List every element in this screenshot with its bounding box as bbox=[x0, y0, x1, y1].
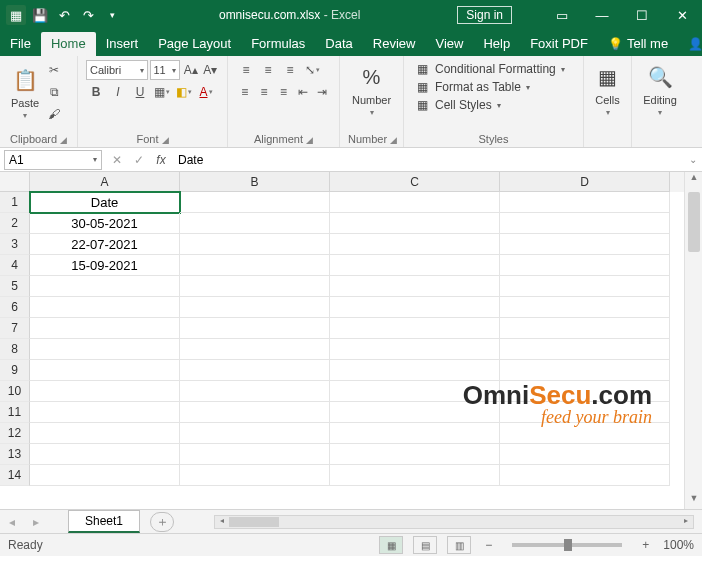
cell[interactable] bbox=[30, 297, 180, 318]
cell[interactable] bbox=[500, 402, 670, 423]
cell[interactable] bbox=[30, 444, 180, 465]
tab-data[interactable]: Data bbox=[315, 32, 362, 56]
cell[interactable] bbox=[500, 444, 670, 465]
scroll-thumb[interactable] bbox=[688, 192, 700, 252]
cell[interactable] bbox=[180, 297, 330, 318]
row-header[interactable]: 1 bbox=[0, 192, 30, 213]
row-header[interactable]: 8 bbox=[0, 339, 30, 360]
tab-file[interactable]: File bbox=[0, 32, 41, 56]
cell[interactable] bbox=[500, 297, 670, 318]
close-icon[interactable]: ✕ bbox=[662, 0, 702, 30]
cell[interactable] bbox=[180, 318, 330, 339]
scroll-thumb[interactable] bbox=[229, 517, 279, 527]
cell[interactable] bbox=[330, 234, 500, 255]
increase-indent-icon[interactable]: ⇥ bbox=[314, 82, 331, 102]
row-header[interactable]: 11 bbox=[0, 402, 30, 423]
minimize-icon[interactable]: — bbox=[582, 0, 622, 30]
cut-icon[interactable]: ✂ bbox=[44, 60, 64, 80]
enter-formula-icon[interactable]: ✓ bbox=[128, 153, 150, 167]
cell[interactable] bbox=[330, 444, 500, 465]
cell[interactable] bbox=[30, 465, 180, 486]
cell[interactable] bbox=[330, 360, 500, 381]
number-format-button[interactable]: % Number ▾ bbox=[348, 60, 395, 119]
dialog-launcher-icon[interactable]: ◢ bbox=[162, 135, 169, 145]
cell[interactable] bbox=[330, 318, 500, 339]
copy-icon[interactable]: ⧉ bbox=[44, 82, 64, 102]
conditional-formatting-button[interactable]: ▦Conditional Formatting▾ bbox=[412, 60, 575, 78]
fx-icon[interactable]: fx bbox=[150, 153, 172, 167]
formula-input[interactable] bbox=[172, 150, 684, 170]
align-top-icon[interactable]: ≡ bbox=[236, 60, 256, 80]
dialog-launcher-icon[interactable]: ◢ bbox=[60, 135, 67, 145]
cell[interactable] bbox=[180, 192, 330, 213]
align-right-icon[interactable]: ≡ bbox=[275, 82, 292, 102]
cell[interactable] bbox=[30, 318, 180, 339]
tab-insert[interactable]: Insert bbox=[96, 32, 149, 56]
grid-body[interactable]: A B C D 1Date 230-05-2021 322-07-2021 41… bbox=[0, 172, 684, 509]
tab-help[interactable]: Help bbox=[473, 32, 520, 56]
cell[interactable] bbox=[180, 234, 330, 255]
cell[interactable] bbox=[500, 255, 670, 276]
cell[interactable] bbox=[500, 423, 670, 444]
dialog-launcher-icon[interactable]: ◢ bbox=[390, 135, 397, 145]
col-header-d[interactable]: D bbox=[500, 172, 670, 192]
cell[interactable] bbox=[500, 234, 670, 255]
cell[interactable] bbox=[500, 318, 670, 339]
font-color-icon[interactable]: A bbox=[196, 82, 216, 102]
zoom-level[interactable]: 100% bbox=[663, 538, 694, 552]
undo-icon[interactable]: ↶ bbox=[54, 5, 74, 25]
cells-button[interactable]: ▦ Cells ▾ bbox=[592, 60, 623, 119]
page-break-view-icon[interactable]: ▥ bbox=[447, 536, 471, 554]
dialog-launcher-icon[interactable]: ◢ bbox=[306, 135, 313, 145]
col-header-b[interactable]: B bbox=[180, 172, 330, 192]
tab-formulas[interactable]: Formulas bbox=[241, 32, 315, 56]
row-header[interactable]: 12 bbox=[0, 423, 30, 444]
cell-styles-button[interactable]: ▦Cell Styles▾ bbox=[412, 96, 575, 114]
row-header[interactable]: 10 bbox=[0, 381, 30, 402]
add-sheet-button[interactable]: ＋ bbox=[150, 512, 174, 532]
cell[interactable] bbox=[30, 402, 180, 423]
scroll-down-icon[interactable]: ▼ bbox=[685, 493, 702, 509]
cell[interactable] bbox=[180, 255, 330, 276]
cell[interactable] bbox=[180, 360, 330, 381]
page-layout-view-icon[interactable]: ▤ bbox=[413, 536, 437, 554]
borders-icon[interactable]: ▦ bbox=[152, 82, 172, 102]
tell-me[interactable]: 💡Tell me bbox=[598, 32, 678, 56]
zoom-out-button[interactable]: − bbox=[481, 538, 496, 552]
bold-icon[interactable]: B bbox=[86, 82, 106, 102]
cell-a2[interactable]: 30-05-2021 bbox=[30, 213, 180, 234]
cell-a3[interactable]: 22-07-2021 bbox=[30, 234, 180, 255]
cell[interactable] bbox=[180, 339, 330, 360]
cell[interactable] bbox=[330, 297, 500, 318]
row-header[interactable]: 3 bbox=[0, 234, 30, 255]
cell[interactable] bbox=[500, 360, 670, 381]
tab-home[interactable]: Home bbox=[41, 32, 96, 56]
row-header[interactable]: 7 bbox=[0, 318, 30, 339]
paste-button[interactable]: 📋 Paste ▾ bbox=[8, 63, 42, 122]
tab-foxit-pdf[interactable]: Foxit PDF bbox=[520, 32, 598, 56]
cell[interactable] bbox=[330, 255, 500, 276]
sheet-nav-next-icon[interactable]: ▸ bbox=[24, 515, 48, 529]
scroll-right-icon[interactable]: ▸ bbox=[679, 516, 693, 528]
ribbon-options-icon[interactable]: ▭ bbox=[542, 0, 582, 30]
align-left-icon[interactable]: ≡ bbox=[236, 82, 253, 102]
vertical-scrollbar[interactable]: ▲ ▼ bbox=[684, 172, 702, 509]
align-middle-icon[interactable]: ≡ bbox=[258, 60, 278, 80]
maximize-icon[interactable]: ☐ bbox=[622, 0, 662, 30]
cancel-formula-icon[interactable]: ✕ bbox=[106, 153, 128, 167]
cell[interactable] bbox=[30, 423, 180, 444]
cell[interactable] bbox=[180, 465, 330, 486]
font-name-select[interactable]: Calibri▾ bbox=[86, 60, 148, 80]
cell[interactable] bbox=[30, 381, 180, 402]
cell[interactable] bbox=[500, 339, 670, 360]
row-header[interactable]: 14 bbox=[0, 465, 30, 486]
cell[interactable] bbox=[330, 276, 500, 297]
scroll-up-icon[interactable]: ▲ bbox=[685, 172, 702, 188]
cell[interactable] bbox=[30, 276, 180, 297]
tab-page-layout[interactable]: Page Layout bbox=[148, 32, 241, 56]
cell[interactable] bbox=[180, 213, 330, 234]
fill-color-icon[interactable]: ◧ bbox=[174, 82, 194, 102]
cell[interactable] bbox=[30, 339, 180, 360]
name-box[interactable]: A1▾ bbox=[4, 150, 102, 170]
italic-icon[interactable]: I bbox=[108, 82, 128, 102]
